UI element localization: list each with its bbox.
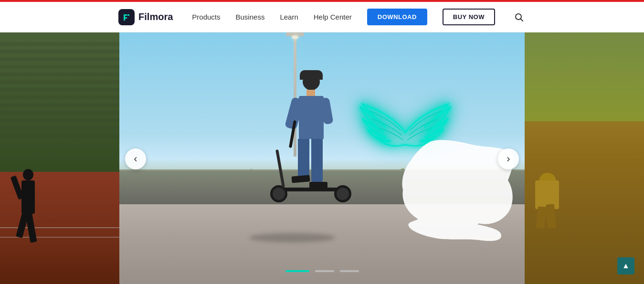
white-paint-splatter [401,137,515,242]
logo-icon [118,9,135,25]
person-scooter [265,63,370,216]
carousel-prev-button[interactable]: ‹ [125,148,146,169]
chevron-right-icon: › [507,154,510,164]
carousel-side-left [0,32,119,284]
nav-link-business[interactable]: Business [236,13,265,21]
buy-now-button[interactable]: BUY NOW [443,9,495,25]
carousel-main: 🌴 🌴 🌴 🌴 🌴 🌴 🌴 [119,32,525,284]
carousel-dot-3[interactable] [340,270,359,272]
search-icon [514,12,524,22]
download-button[interactable]: DOWNLOAD [367,9,427,25]
scroll-to-top-button[interactable]: ▲ [617,257,634,274]
carousel-next-button[interactable]: › [498,148,519,169]
carousel-side-right [525,32,644,284]
carousel-dots [285,270,359,272]
nav-link-help-center[interactable]: Help Center [314,13,352,21]
hero-carousel: 🌴 🌴 🌴 🌴 🌴 🌴 🌴 [0,32,644,284]
logo-text: Filmora [138,11,173,22]
chevron-left-icon: ‹ [134,154,137,164]
nav-link-products[interactable]: Products [192,13,220,21]
svg-line-2 [520,19,523,21]
search-button[interactable] [512,11,526,24]
carousel-dot-1[interactable] [285,270,309,272]
logo-link[interactable]: Filmora [118,9,173,25]
carousel-dot-2[interactable] [315,270,334,272]
navbar: Filmora Products Business Learn Help Cen… [0,2,644,32]
nav-link-learn[interactable]: Learn [280,13,298,21]
